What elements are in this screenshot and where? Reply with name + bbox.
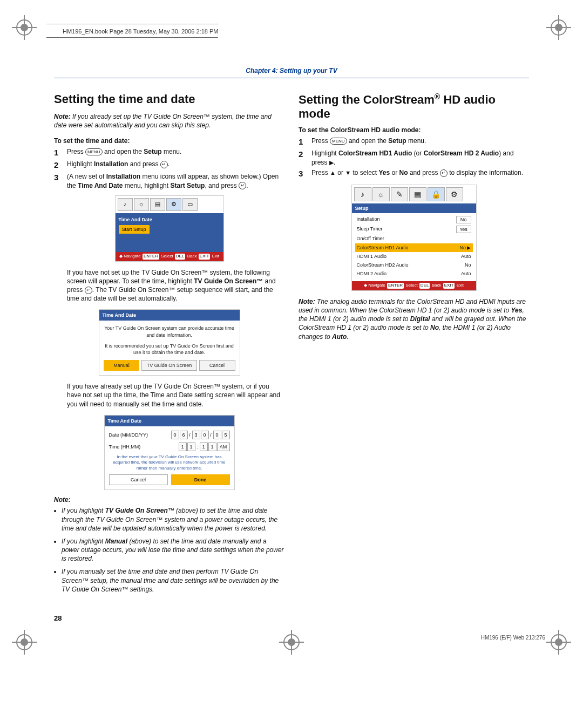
osd-manual-time-date: Time And Date Date (MM/DD/YY) 06/30/05 T… — [104, 415, 235, 490]
step-2: 2 Highlight Installation and press ↵. — [54, 160, 284, 171]
right-arrow-icon: ▶ — [329, 160, 334, 166]
left-subhead: To set the time and date: — [54, 137, 284, 145]
enter-button-icon: ↵ — [440, 169, 448, 177]
up-arrow-icon: ▲ — [330, 170, 336, 176]
enter-button-icon: ↵ — [160, 161, 168, 168]
r-step-1: 1 Press MENU and open the Setup menu. — [299, 137, 529, 147]
chapter-heading: Chapter 4: Setting up your TV — [54, 65, 529, 78]
time-boxes: 11:11AM — [178, 443, 230, 451]
registration-mark-icon — [12, 15, 37, 40]
registration-mark-icon — [279, 630, 304, 655]
date-boxes: 06/30/05 — [171, 431, 230, 439]
menu-button-icon: MENU — [85, 148, 103, 155]
left-heading: Setting the time and date — [54, 92, 284, 106]
post-osd2-text: If you have already set up the TV Guide … — [67, 382, 284, 409]
enter-button-icon: ↵ — [239, 182, 246, 189]
intro-note: Note: If you already set up the TV Guide… — [54, 112, 284, 130]
document-footer: HM196 (E/F) Web 213:276 — [481, 635, 545, 641]
step-1: 1 Press MENU and open the Setup menu. — [54, 147, 284, 158]
crop-header-text: HM196_EN.book Page 28 Tuesday, May 30, 2… — [63, 28, 218, 35]
registration-mark-icon — [12, 630, 37, 655]
page-number: 28 — [54, 614, 529, 622]
osd-setup-menu: ♪☼✎▤🔒⚙ Setup InstallationNoSleep TimerYe… — [351, 185, 477, 291]
step-3: 3 (A new set of Installation menu icons … — [54, 172, 284, 189]
enter-button-icon: ↵ — [85, 287, 92, 294]
osd-tvguide-prompt: Time And Date Your TV Guide On Screen sy… — [99, 309, 240, 376]
post-osd1-text: If you have not set up the TV Guide On S… — [67, 268, 284, 303]
right-heading: Setting the ColorStream® HD audio mode — [299, 92, 529, 120]
left-notes-label: Note: — [54, 495, 284, 504]
registration-mark-icon — [546, 630, 571, 655]
down-arrow-icon: ▼ — [345, 170, 351, 176]
left-notes-list: If you highlight TV Guide On Screen™ (ab… — [62, 506, 284, 594]
menu-button-icon: MENU — [330, 138, 347, 145]
registration-mark-icon — [546, 15, 571, 40]
r-step-3: 3 Press ▲ or ▼ to select Yes or No and p… — [299, 168, 529, 179]
r-step-2: 2 Highlight ColorStream HD1 Audio (or Co… — [299, 149, 529, 166]
osd-time-date-menu: ♪☼▤⚙▭ Time And Date Start Setup ◆ Naviga… — [115, 195, 224, 262]
right-note: Note: The analog audio terminals for the… — [299, 297, 529, 341]
right-subhead: To set the ColorStream HD audio mode: — [299, 126, 529, 134]
